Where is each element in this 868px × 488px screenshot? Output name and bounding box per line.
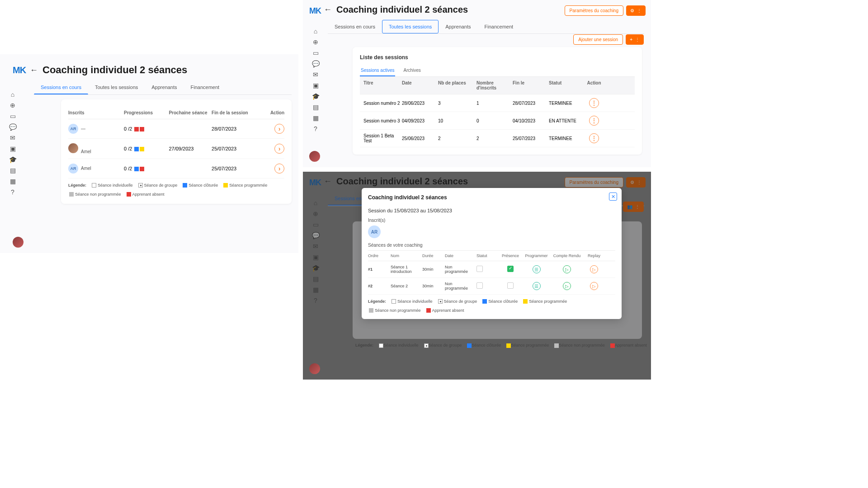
close-button[interactable]: ✕ [609,192,617,201]
sidebar-cap-icon[interactable]: 🎓 [9,155,17,164]
sidebar-book-icon[interactable]: ▭ [9,112,17,120]
legend-label: Légende: [68,183,86,188]
legend-square [424,343,429,348]
legend-square [379,343,383,348]
table-row: AR— 0 /2 28/07/2023 [68,119,284,139]
background-legend: Légende:Séance individuelleSéance de gro… [355,343,647,348]
legend-item: Séance individuelle [378,343,419,348]
name: Amel [81,166,91,171]
tab-1[interactable]: Toutes les sessions [88,80,145,94]
tab-0[interactable]: Sessions en cours [34,80,88,94]
statut-checkbox[interactable] [476,266,483,272]
col-date: Date [402,80,438,90]
tab-3[interactable]: Financement [184,80,226,94]
col-nom: Nom [391,253,422,258]
cell-statut: EN ATTENTE [549,118,585,123]
settings-label: Paramètres du coaching [570,8,618,13]
add-icon-button[interactable]: +⋮ [626,34,644,45]
cell-duree: 30min [422,267,445,272]
legend-square [426,308,431,313]
replay-button[interactable]: ▷ [590,282,598,290]
action-button[interactable] [274,124,284,134]
table-row: Session numéro 3 04/09/2023 10 0 04/10/2… [360,112,635,130]
inscrits-label: Inscrit(s) [368,218,615,223]
action-button[interactable] [589,98,599,108]
tabs: Sessions en coursToutes les sessionsAppr… [34,80,292,95]
action-button[interactable] [589,116,599,126]
avatar[interactable]: AR [68,124,78,134]
cell-nom: Séance 2 [391,284,422,288]
col-places: Nb de places [438,80,476,90]
sidebar-layers-icon[interactable]: ▤ [311,103,320,111]
col-statut: Statut [476,253,499,258]
action-button[interactable] [274,164,284,174]
subtab-1[interactable]: Archives [402,65,421,76]
settings-button[interactable]: Paramètres du coaching [565,5,623,16]
progress-text: 0 /2 [124,146,132,151]
cell-inscrits: 0 [476,118,513,123]
avatar[interactable]: AR [68,164,78,174]
cell-statut: TERMINEE [549,136,585,141]
sidebar-globe-icon[interactable]: ⊕ [9,101,17,109]
statut-checkbox[interactable] [476,282,483,289]
table-header: Inscrits Progressions Prochaine séance F… [68,107,284,119]
user-avatar[interactable] [13,237,24,248]
col-progressions: Progressions [124,110,169,115]
back-button[interactable]: ← [27,66,41,75]
sidebar-suitcase-icon[interactable]: ▣ [9,145,17,153]
col-action: Action [585,80,603,90]
sidebar-mail-icon[interactable]: ✉ [9,134,17,142]
sidebar-mail-icon[interactable]: ✉ [311,70,320,79]
tab-2[interactable]: Apprenants [145,80,184,94]
settings-icon-button[interactable]: ⚙⋮ [626,5,646,16]
presence-checkbox[interactable] [507,266,514,272]
tab-2[interactable]: Apprenants [439,20,477,33]
legend-item: Séance de groupe [437,299,477,304]
sidebar-home-icon[interactable]: ⌂ [311,27,320,35]
sidebar-tile-icon[interactable]: ▦ [9,177,17,185]
sidebar-tile-icon[interactable]: ▦ [311,114,320,122]
sidebar-layers-icon[interactable]: ▤ [9,166,17,174]
table-row: Session numéro 2 28/06/2023 3 1 28/07/20… [360,94,635,112]
tab-3[interactable]: Financement [478,20,520,33]
sidebar-chat-icon[interactable]: 💬 [311,60,320,68]
replay-button[interactable]: ▷ [590,265,598,273]
add-row: Ajouter une session +⋮ [573,34,644,45]
subtab-0[interactable]: Sessions actives [360,65,395,76]
modal-title: Coaching individuel 2 séances [368,194,615,201]
legend-item: Séance clôturée [481,299,518,304]
legend-square [506,343,511,348]
sidebar-cap-icon[interactable]: 🎓 [311,92,320,100]
action-button[interactable] [589,133,599,143]
sidebar-chat-icon[interactable]: 💬 [9,123,17,131]
sidebar-help-icon[interactable]: ? [9,188,17,196]
compte-button[interactable]: ▷ [563,265,571,273]
sidebar-help-icon[interactable]: ? [311,125,320,133]
sidebar-globe-icon[interactable]: ⊕ [311,38,320,46]
panel-sessions-en-cours: MK ← Coaching individuel 2 séances ⌂⊕▭💬✉… [0,54,298,253]
presence-checkbox[interactable] [507,282,514,289]
tab-1[interactable]: Toutes les sessions [382,20,439,33]
sidebar-suitcase-icon[interactable]: ▣ [311,81,320,89]
compte-button[interactable]: ▷ [563,282,571,290]
more-icon: ⋮ [637,8,642,13]
legend-item: Séance clôturée [182,183,218,188]
user-avatar[interactable] [309,151,320,162]
cell-date: 25/06/2023 [402,136,438,141]
programmer-button[interactable]: ☰ [533,282,541,290]
legend-square [183,183,187,188]
avatar[interactable] [68,143,78,153]
col-duree: Durée [422,253,445,258]
cell-places: 2 [438,136,476,141]
sidebar-book-icon[interactable]: ▭ [311,49,320,57]
user-avatar[interactable] [309,363,320,374]
programmer-button[interactable]: ☰ [533,265,541,273]
tab-0[interactable]: Sessions en cours [328,20,382,33]
legend-item: Apprenant absent [425,308,464,313]
back-button[interactable]: ← [321,5,335,14]
legend-item: Séance non programmée [368,308,421,313]
action-button[interactable] [274,144,284,154]
sidebar-home-icon[interactable]: ⌂ [9,90,17,99]
inscrit-avatar[interactable]: AR [368,225,381,238]
add-session-button[interactable]: Ajouter une session [573,34,623,45]
